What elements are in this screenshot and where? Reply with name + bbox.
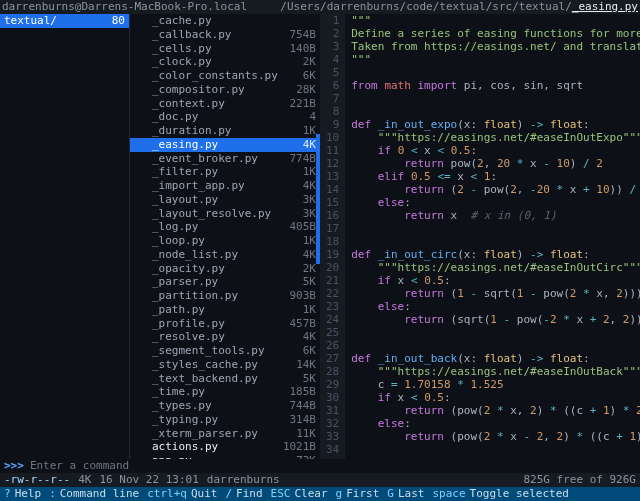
scrollbar-indicator[interactable] xyxy=(316,134,320,264)
file-size: 6K xyxy=(303,344,316,358)
file-name: _easing.py xyxy=(152,138,218,152)
file-row[interactable]: _segment_tools.py6K xyxy=(130,344,320,358)
help-text: Last xyxy=(398,487,425,501)
file-size: 1K xyxy=(303,303,316,317)
file-row[interactable]: _types.py744B xyxy=(130,399,320,413)
file-row[interactable]: _log.py405B xyxy=(130,220,320,234)
file-size: 4K xyxy=(303,138,316,152)
file-name: _profile.py xyxy=(152,317,225,331)
file-size: 5K xyxy=(303,275,316,289)
file-row[interactable]: app.py73K xyxy=(130,454,320,459)
file-size: 314B xyxy=(290,413,317,427)
file-name: _clock.py xyxy=(152,55,212,69)
file-row[interactable]: _duration.py1K xyxy=(130,124,320,138)
file-row[interactable]: _event_broker.py774B xyxy=(130,152,320,166)
command-line[interactable]: >>> Enter a command xyxy=(0,459,640,473)
file-size: 5K xyxy=(303,372,316,386)
file-row[interactable]: _xterm_parser.py11K xyxy=(130,427,320,441)
help-text: Command line xyxy=(60,487,139,501)
file-row[interactable]: _text_backend.py5K xyxy=(130,372,320,386)
file-row[interactable]: _cells.py140B xyxy=(130,42,320,56)
help-label: Help xyxy=(15,487,42,501)
file-row[interactable]: _node_list.py4K xyxy=(130,248,320,262)
file-name: _context.py xyxy=(152,97,225,111)
file-size: 11K xyxy=(296,427,316,441)
help-key[interactable]: ESC xyxy=(271,487,291,501)
file-size: 4K xyxy=(303,179,316,193)
file-size: 28K xyxy=(296,83,316,97)
help-key[interactable]: G xyxy=(387,487,394,501)
file-row[interactable]: _path.py1K xyxy=(130,303,320,317)
file-size: 774B xyxy=(290,152,317,166)
file-name: _node_list.py xyxy=(152,248,238,262)
help-text: Find xyxy=(236,487,263,501)
file-name: _event_broker.py xyxy=(152,152,258,166)
file-row[interactable]: _parser.py5K xyxy=(130,275,320,289)
file-row[interactable]: _profile.py457B xyxy=(130,317,320,331)
file-row[interactable]: _typing.py314B xyxy=(130,413,320,427)
file-row[interactable]: _doc.py4 xyxy=(130,110,320,124)
permissions-label: -rw-r--r-- xyxy=(4,473,70,487)
file-name: _text_backend.py xyxy=(152,372,258,386)
file-row[interactable]: _resolve.py4K xyxy=(130,330,320,344)
file-row[interactable]: _compositor.py28K xyxy=(130,83,320,97)
cwd-count: 80 xyxy=(112,14,125,28)
file-row[interactable]: _opacity.py2K xyxy=(130,262,320,276)
help-key[interactable]: space xyxy=(432,487,465,501)
file-size: 744B xyxy=(290,399,317,413)
file-name: _typing.py xyxy=(152,413,218,427)
file-tree[interactable]: _cache.py_callback.py754B_cells.py140B_c… xyxy=(130,14,320,459)
cwd-row[interactable]: textual/ 80 xyxy=(0,14,129,28)
file-name: _path.py xyxy=(152,303,205,317)
file-row[interactable]: _context.py221B xyxy=(130,97,320,111)
file-row[interactable]: _easing.py4K xyxy=(130,138,320,152)
help-key[interactable]: g xyxy=(336,487,343,501)
help-key[interactable]: : xyxy=(49,487,56,501)
help-text: Quit xyxy=(191,487,218,501)
file-name: _segment_tools.py xyxy=(152,344,265,358)
file-row[interactable]: _filter.py1K xyxy=(130,165,320,179)
host-label: darrenburns@Darrens-MacBook-Pro.local xyxy=(0,0,249,14)
help-key[interactable]: / xyxy=(225,487,232,501)
file-size: 2K xyxy=(303,55,316,69)
file-size: 1K xyxy=(303,124,316,138)
file-name: _cache.py xyxy=(152,14,212,28)
file-row[interactable]: _styles_cache.py14K xyxy=(130,358,320,372)
prompt-icon: >>> xyxy=(4,459,24,473)
file-name: _layout.py xyxy=(152,193,218,207)
file-name: _partition.py xyxy=(152,289,238,303)
file-name: _color_constants.py xyxy=(152,69,278,83)
file-name: _filter.py xyxy=(152,165,218,179)
help-bar: ? Help : Command line ctrl+q Quit / Find… xyxy=(0,487,640,501)
file-size: 185B xyxy=(290,385,317,399)
file-size: 903B xyxy=(290,289,317,303)
file-size: 221B xyxy=(290,97,317,111)
file-size: 754B xyxy=(290,28,317,42)
file-size: 457B xyxy=(290,317,317,331)
file-row[interactable]: _import_app.py4K xyxy=(130,179,320,193)
file-row[interactable]: actions.py1021B xyxy=(130,440,320,454)
file-row[interactable]: _layout_resolve.py3K xyxy=(130,207,320,221)
disk-free-label: 825G free of 926G xyxy=(523,473,636,487)
cwd-label: textual/ xyxy=(4,14,57,28)
file-name: _styles_cache.py xyxy=(152,358,258,372)
file-row[interactable]: _partition.py903B xyxy=(130,289,320,303)
file-name: _types.py xyxy=(152,399,212,413)
sidebar[interactable]: textual/ 80 xyxy=(0,14,130,459)
file-row[interactable]: _loop.py1K xyxy=(130,234,320,248)
file-name: _doc.py xyxy=(152,110,198,124)
help-text: First xyxy=(346,487,379,501)
file-row[interactable]: _layout.py3K xyxy=(130,193,320,207)
file-name: _layout_resolve.py xyxy=(152,207,271,221)
file-row[interactable]: _time.py185B xyxy=(130,385,320,399)
file-row[interactable]: _clock.py2K xyxy=(130,55,320,69)
current-file: _easing.py xyxy=(572,0,638,13)
code-editor[interactable]: 1234567891011121314151617181920212223242… xyxy=(320,14,640,459)
file-name: actions.py xyxy=(152,440,218,454)
file-row[interactable]: _cache.py xyxy=(130,14,320,28)
file-size: 4K xyxy=(303,248,316,262)
file-size: 3K xyxy=(303,193,316,207)
file-row[interactable]: _callback.py754B xyxy=(130,28,320,42)
help-key[interactable]: ctrl+q xyxy=(147,487,187,501)
file-row[interactable]: _color_constants.py6K xyxy=(130,69,320,83)
